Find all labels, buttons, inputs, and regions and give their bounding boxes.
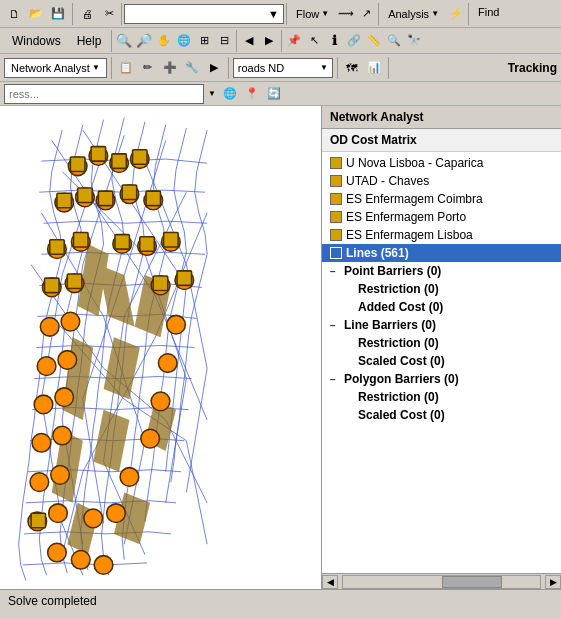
polygon-barriers-toggle[interactable]: − (330, 374, 342, 385)
addr-icon2[interactable]: 📍 (242, 84, 262, 104)
pan-icon[interactable]: ✋ (154, 31, 174, 51)
cut-icon[interactable]: ✂ (99, 4, 119, 24)
point-barriers-toggle[interactable]: − (330, 266, 342, 277)
svg-point-24 (34, 395, 53, 414)
windows-menu[interactable]: Windows (4, 32, 69, 50)
na-item-polygon-restriction[interactable]: Restriction (0) (322, 388, 561, 406)
na-item-lines[interactable]: Lines (561) (322, 244, 561, 262)
na-item-lisboa[interactable]: ES Enfermagem Lisboa (322, 226, 561, 244)
separator2 (286, 3, 287, 25)
find2-icon[interactable]: 🔍 (384, 31, 404, 51)
scroll-left[interactable]: ◀ (322, 575, 338, 589)
na-panel: Network Analyst OD Cost Matrix U Nova Li… (321, 106, 561, 589)
na-item-porto[interactable]: ES Enfermagem Porto (322, 208, 561, 226)
svg-rect-44 (57, 193, 71, 207)
address-input[interactable] (4, 84, 204, 104)
na-item-nova-lisboa[interactable]: U Nova Lisboa - Caparica (322, 154, 561, 172)
address-icons: 🌐 📍 🔄 (220, 84, 284, 104)
roads-icon2[interactable]: 📊 (364, 58, 384, 78)
svg-point-34 (49, 504, 68, 523)
na-horizontal-scrollbar[interactable]: ◀ ▶ (322, 573, 561, 589)
na-item-line-scaled-cost[interactable]: Scaled Cost (0) (322, 352, 561, 370)
svg-rect-42 (112, 154, 126, 168)
scrollbar-track[interactable] (342, 575, 541, 589)
na-item-line-restriction[interactable]: Restriction (0) (322, 334, 561, 352)
roads-label: roads ND (238, 62, 320, 74)
separator3 (378, 3, 379, 25)
na-icon2[interactable]: ✏ (138, 58, 158, 78)
flow-icon1[interactable]: ⟿ (336, 4, 356, 24)
na-item-point-restriction[interactable]: Restriction (0) (322, 280, 561, 298)
map-area[interactable] (0, 106, 321, 589)
na-dropdown-btn[interactable]: Network Analyst ▼ (4, 58, 107, 78)
na-icon3[interactable]: ➕ (160, 58, 180, 78)
na-icon-lisboa (330, 229, 342, 241)
zoom-in-icon[interactable]: 🔍 (114, 31, 134, 51)
analysis-button[interactable]: Analysis ▼ (381, 4, 446, 24)
na-icon5[interactable]: ▶ (204, 58, 224, 78)
map-svg (0, 106, 321, 589)
na-item-utad[interactable]: UTAD - Chaves (322, 172, 561, 190)
binoculars-icon[interactable]: 🔭 (404, 31, 424, 51)
svg-rect-52 (140, 237, 154, 251)
svg-point-35 (84, 509, 103, 528)
help-menu[interactable]: Help (69, 32, 110, 50)
na-icon4[interactable]: 🔧 (182, 58, 202, 78)
open-icon[interactable]: 📂 (26, 4, 46, 24)
na-item-line-barriers[interactable]: − Line Barriers (0) (322, 316, 561, 334)
nav-sep (236, 30, 237, 52)
save-icon[interactable]: 💾 (48, 4, 68, 24)
svg-rect-43 (133, 150, 147, 164)
find-button[interactable]: Find (471, 4, 506, 24)
addr-icon1[interactable]: 🌐 (220, 84, 240, 104)
tracking-label: Tracking (508, 61, 557, 75)
roads-icon1[interactable]: 🗺 (342, 58, 362, 78)
svg-rect-40 (70, 157, 84, 171)
address-bar: ▼ 🌐 📍 🔄 (0, 82, 561, 106)
na-icon-nova-lisboa (330, 157, 342, 169)
svg-rect-55 (67, 274, 81, 288)
new-icon[interactable]: 🗋 (4, 4, 24, 24)
na-toolbar: Network Analyst ▼ 📋 ✏ ➕ 🔧 ▶ roads ND ▼ 🗺… (0, 54, 561, 82)
na-item-polygon-scaled-cost[interactable]: Scaled Cost (0) (322, 406, 561, 424)
svg-rect-45 (78, 188, 92, 202)
full-extent-icon[interactable]: ⊞ (194, 31, 214, 51)
na-icon-lines (330, 247, 342, 259)
back-icon[interactable]: ◀ (239, 31, 259, 51)
status-message: Solve completed (8, 594, 97, 608)
roads-arrow: ▼ (320, 63, 328, 72)
svg-rect-49 (50, 240, 64, 254)
bookmark-icon[interactable]: 📌 (284, 31, 304, 51)
forward-icon[interactable]: ▶ (259, 31, 279, 51)
identify-icon[interactable]: ℹ (324, 31, 344, 51)
roads-sep (337, 57, 338, 79)
na-item-point-added-cost[interactable]: Added Cost (0) (322, 298, 561, 316)
flow-icon2[interactable]: ↗ (356, 4, 376, 24)
svg-rect-51 (115, 235, 129, 249)
addr-icon3[interactable]: 🔄 (264, 84, 284, 104)
print-icon[interactable]: 🖨 (77, 4, 97, 24)
line-barriers-toggle[interactable]: − (330, 320, 342, 331)
svg-point-30 (30, 473, 49, 492)
globe-icon[interactable]: 🌐 (174, 31, 194, 51)
measure-icon[interactable]: 📏 (364, 31, 384, 51)
roads-dropdown[interactable]: roads ND ▼ (233, 58, 333, 78)
hyperlink-icon[interactable]: 🔗 (344, 31, 364, 51)
svg-point-18 (40, 317, 59, 336)
scroll-right[interactable]: ▶ (545, 575, 561, 589)
zoom-out-icon[interactable]: 🔎 (134, 31, 154, 51)
na-arrow: ▼ (92, 63, 100, 72)
na-item-coimbra[interactable]: ES Enfermagem Coimbra (322, 190, 561, 208)
zoom-extent-icon[interactable]: ⊟ (214, 31, 234, 51)
flow-button[interactable]: Flow ▼ (289, 4, 336, 24)
main-dropdown[interactable]: ▼ (124, 4, 284, 24)
na-item-polygon-barriers[interactable]: − Polygon Barriers (0) (322, 370, 561, 388)
scrollbar-thumb[interactable] (442, 576, 502, 588)
na-icon1[interactable]: 📋 (116, 58, 136, 78)
analysis-label: Analysis (388, 8, 429, 20)
na-item-point-barriers[interactable]: − Point Barriers (0) (322, 262, 561, 280)
analysis-icon[interactable]: ⚡ (446, 4, 466, 24)
svg-rect-47 (122, 185, 136, 199)
select-icon[interactable]: ↖ (304, 31, 324, 51)
addr-arrow[interactable]: ▼ (208, 89, 216, 98)
